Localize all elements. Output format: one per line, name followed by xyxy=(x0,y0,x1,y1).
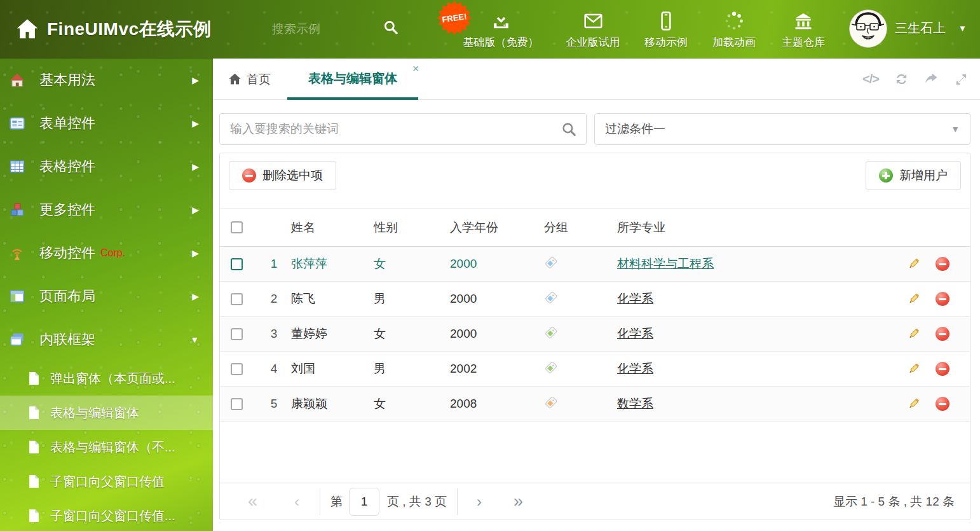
plus-icon xyxy=(879,169,893,183)
nav-label: 企业版试用 xyxy=(566,35,620,50)
sidebar-subitem-child-to-parent[interactable]: 子窗口向父窗口传值 xyxy=(0,464,213,499)
nav-item-loading-animations[interactable]: 加载动画 xyxy=(712,10,756,50)
table-icon xyxy=(9,158,25,175)
edit-icon[interactable] xyxy=(906,327,920,341)
pagination-bar: « ‹ 第 页 , 共 3 页 › » 显示 1 - 5 条 , 共 12 条 xyxy=(220,483,970,520)
user-caret-icon[interactable]: ▼ xyxy=(958,24,967,33)
table-row: 4 刘国 男 2002 化学系 xyxy=(220,352,970,387)
minus-icon xyxy=(242,169,256,183)
major-link[interactable]: 材料科学与工程系 xyxy=(617,257,714,270)
chevron-right-icon: ▶ xyxy=(192,162,199,172)
major-link[interactable]: 数学系 xyxy=(617,397,653,410)
sidebar-item-mobile-controls[interactable]: 移动控件 Corp. ▶ xyxy=(0,231,213,275)
cell-name: 董婷婷 xyxy=(291,326,374,342)
nav-label: 加载动画 xyxy=(712,35,756,50)
home-icon xyxy=(228,72,242,86)
delete-row-icon[interactable] xyxy=(936,362,949,376)
file-icon xyxy=(28,509,40,523)
close-icon[interactable]: ✕ xyxy=(412,64,419,73)
sidebar-item-label: 移动控件 xyxy=(39,244,95,263)
home-icon[interactable] xyxy=(15,17,39,41)
page-number-input[interactable] xyxy=(349,488,379,516)
view-source-icon[interactable]: </> xyxy=(862,72,879,86)
tab-home-label: 首页 xyxy=(247,71,271,88)
major-link[interactable]: 化学系 xyxy=(617,362,653,375)
column-header-group[interactable]: 分组 xyxy=(544,219,617,236)
nav-item-basic-free[interactable]: 基础版（免费） xyxy=(463,10,539,50)
first-page-button[interactable]: « xyxy=(248,493,257,510)
sidebar-subitem-grid-edit-window-2[interactable]: 表格与编辑窗体（不... xyxy=(0,430,213,464)
delete-row-icon[interactable] xyxy=(936,327,949,341)
select-all-checkbox[interactable] xyxy=(231,221,243,233)
edit-icon[interactable] xyxy=(906,362,920,376)
cell-year: 2002 xyxy=(450,362,544,376)
sidebar-subitem-child-to-parent-2[interactable]: 子窗口向父窗口传值... xyxy=(0,499,213,531)
house-icon xyxy=(9,72,25,88)
edit-icon[interactable] xyxy=(906,397,920,411)
delete-row-icon[interactable] xyxy=(936,292,949,306)
row-checkbox[interactable] xyxy=(231,258,243,270)
search-icon[interactable] xyxy=(383,19,399,36)
tab-grid-edit-window[interactable]: 表格与编辑窗体 ✕ xyxy=(287,59,418,100)
column-header-major[interactable]: 所学专业 xyxy=(617,219,887,236)
grid-toolbar: 删除选中项 新增用户 xyxy=(220,153,970,198)
user-table: 姓名 性别 入学年份 分组 所学专业 1 张萍萍 女 2000 材料科学与工程系 xyxy=(220,208,970,422)
major-link[interactable]: 化学系 xyxy=(617,327,653,340)
column-header-gender[interactable]: 性别 xyxy=(374,219,450,236)
expand-icon[interactable] xyxy=(954,72,969,86)
sidebar-subitem-popup-window[interactable]: 弹出窗体（本页面或... xyxy=(0,361,213,396)
cell-name: 张萍萍 xyxy=(291,256,374,272)
tab-tools: </> xyxy=(862,59,969,100)
major-link[interactable]: 化学系 xyxy=(617,292,653,305)
nav-item-mobile-demo[interactable]: 移动示例 xyxy=(644,10,688,50)
next-page-button[interactable]: › xyxy=(477,494,482,509)
keyword-search-box xyxy=(219,113,587,145)
nav-label: 基础版（免费） xyxy=(463,35,539,50)
delete-selected-button[interactable]: 删除选中项 xyxy=(229,161,336,190)
edit-icon[interactable] xyxy=(906,292,920,306)
last-page-button[interactable]: » xyxy=(514,493,523,510)
prev-page-button[interactable]: ‹ xyxy=(294,494,299,509)
sidebar-item-more-controls[interactable]: 更多控件 ▶ xyxy=(0,188,213,231)
sidebar-item-iframe[interactable]: 内联框架 ▼ xyxy=(0,318,213,361)
main-area: 首页 表格与编辑窗体 ✕ </> 过滤条件 xyxy=(213,59,980,531)
row-checkbox[interactable] xyxy=(231,328,243,340)
sidebar-item-page-layout[interactable]: 页面布局 ▶ xyxy=(0,275,213,318)
row-checkbox[interactable] xyxy=(231,293,243,305)
chevron-down-icon: ▼ xyxy=(951,114,960,144)
tab-home[interactable]: 首页 xyxy=(228,59,271,100)
delete-row-icon[interactable] xyxy=(936,397,949,411)
filter-dropdown[interactable]: 过滤条件一 ▼ xyxy=(594,113,970,145)
page-label-before: 第 xyxy=(330,493,343,510)
app-title: FineUIMvc在线示例 xyxy=(47,17,212,41)
cell-name: 康颖颖 xyxy=(291,396,374,412)
nav-item-enterprise-trial[interactable]: 企业版试用 xyxy=(566,10,620,50)
column-header-year[interactable]: 入学年份 xyxy=(450,219,544,236)
sidebar-item-basic-usage[interactable]: 基本用法 ▶ xyxy=(0,59,213,102)
delete-row-icon[interactable] xyxy=(936,257,949,271)
column-header-name[interactable]: 姓名 xyxy=(291,219,374,236)
add-user-button[interactable]: 新增用户 xyxy=(866,161,961,190)
search-icon[interactable] xyxy=(561,121,577,137)
spinner-icon xyxy=(723,10,745,32)
row-checkbox[interactable] xyxy=(231,363,243,375)
share-icon[interactable] xyxy=(924,72,939,86)
envelope-icon xyxy=(582,10,604,32)
tab-active-label: 表格与编辑窗体 xyxy=(308,71,397,85)
sidebar-subitem-grid-edit-window[interactable]: 表格与编辑窗体 xyxy=(0,396,213,430)
header-search-input[interactable] xyxy=(272,18,374,41)
cell-gender: 女 xyxy=(374,396,450,412)
sidebar-item-form-controls[interactable]: 表单控件 ▶ xyxy=(0,102,213,145)
pager-divider xyxy=(320,488,320,515)
nav-item-theme-repo[interactable]: 主题仓库 xyxy=(782,10,825,50)
avatar[interactable] xyxy=(849,10,887,48)
user-name[interactable]: 三生石上 xyxy=(895,20,946,37)
keyword-search-input[interactable] xyxy=(220,114,586,144)
row-checkbox[interactable] xyxy=(231,398,243,410)
cubes-icon xyxy=(9,202,25,218)
sidebar-item-label: 内联框架 xyxy=(39,330,95,349)
sidebar-item-grid-controls[interactable]: 表格控件 ▶ xyxy=(0,145,213,188)
delete-button-label: 删除选中项 xyxy=(262,167,323,184)
edit-icon[interactable] xyxy=(906,257,920,271)
refresh-icon[interactable] xyxy=(894,72,909,86)
